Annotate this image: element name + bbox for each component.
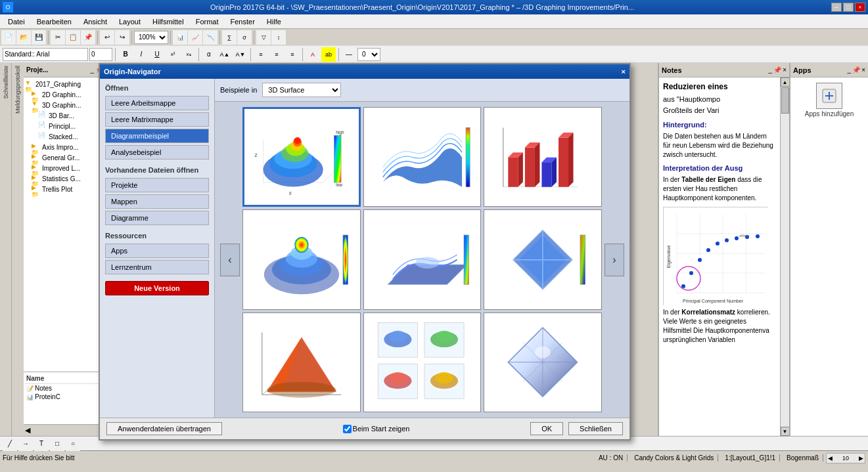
scroll-left-btn[interactable]: ◀	[25, 426, 30, 435]
name-item-notes[interactable]: 📝 Notes	[25, 384, 110, 393]
empty-matrix-btn[interactable]: Leere Matrixmappe	[105, 112, 209, 127]
apps-pin-btn[interactable]: 📌	[852, 66, 860, 74]
project-panel-minimize[interactable]: _	[91, 66, 95, 74]
graph-btn[interactable]: 📊	[173, 30, 187, 45]
surface-type-dropdown[interactable]: 3D Surface 2D Plots Bar Charts	[262, 83, 341, 97]
minimize-button[interactable]: –	[831, 3, 842, 12]
notes-content-area: Reduzieren eines aus "Hauptkompo Großtei…	[659, 77, 780, 436]
fontsize-up-btn[interactable]: A▲	[217, 47, 232, 62]
save-btn[interactable]: 💾	[32, 30, 46, 45]
stat-btn[interactable]: ∑	[222, 30, 237, 45]
line-btn[interactable]: —	[342, 47, 356, 62]
menu-format[interactable]: Format	[191, 16, 224, 27]
undo-btn[interactable]: ↩	[100, 30, 114, 45]
menu-fenster[interactable]: Fenster	[225, 16, 260, 27]
draw-circle-btn[interactable]: ○	[66, 437, 80, 451]
draw-rect-btn[interactable]: □	[50, 437, 64, 451]
ok-btn[interactable]: OK	[530, 422, 563, 435]
zoom-down-btn[interactable]: ◀	[828, 455, 833, 461]
show-on-start-checkbox-wrap[interactable]: Beim Start zeigen	[343, 425, 410, 433]
zoom-up-btn[interactable]: ▶	[859, 455, 863, 461]
sort-btn[interactable]: ↕	[271, 30, 286, 45]
font-color-btn[interactable]: A	[306, 47, 320, 62]
projects-btn[interactable]: Projekte	[105, 178, 209, 192]
alpha-btn[interactable]: α	[202, 47, 216, 62]
graph-cell-8[interactable]	[363, 312, 482, 412]
close-window-button[interactable]: ×	[855, 3, 865, 12]
fmt-sep4	[302, 48, 303, 61]
graph-cell-5[interactable]	[363, 209, 482, 309]
draw-line-btn[interactable]: ╱	[3, 437, 17, 451]
redo-btn[interactable]: ↪	[115, 30, 129, 45]
graph-cell-4[interactable]	[242, 209, 361, 309]
superscript-btn[interactable]: x²	[166, 47, 180, 62]
notes-close-btn[interactable]: ×	[783, 66, 787, 74]
menu-ansicht[interactable]: Ansicht	[78, 16, 112, 27]
add-apps-button[interactable]: Apps hinzufügen	[805, 83, 854, 118]
svg-point-81	[698, 258, 702, 262]
navigator-close-btn[interactable]: ×	[622, 68, 626, 75]
graph-example-btn[interactable]: Diagrammbeispiel	[105, 129, 209, 143]
apps-btn[interactable]: Apps	[105, 244, 209, 258]
graph3-btn[interactable]: 📉	[203, 30, 217, 45]
name-item-proteinc[interactable]: 📊 ProteinC	[25, 393, 110, 401]
diagrams-btn[interactable]: Diagramme	[105, 211, 209, 225]
copy-btn[interactable]: 📋	[66, 30, 80, 45]
carousel-prev-btn[interactable]: ‹	[220, 244, 240, 276]
footer-mid: Beim Start zeigen	[343, 425, 410, 433]
graph2-btn[interactable]: 📈	[188, 30, 202, 45]
underline-btn[interactable]: U	[150, 47, 164, 62]
italic-btn[interactable]: I	[134, 47, 148, 62]
tree-item-2017-graphing[interactable]: ▼📁 2017_Graphing	[25, 79, 110, 89]
font-name-input[interactable]	[3, 48, 88, 61]
graph-cell-2[interactable]	[363, 107, 482, 207]
bg-color-btn[interactable]: ab	[321, 47, 336, 62]
filter-btn[interactable]: ▽	[256, 30, 271, 45]
maximize-button[interactable]: □	[843, 3, 854, 12]
carousel-next-btn[interactable]: ›	[605, 244, 624, 276]
menu-hilfsmittel[interactable]: Hilfsmittel	[147, 16, 189, 27]
align-left-btn[interactable]: ≡	[254, 47, 268, 62]
analysis-example-btn[interactable]: Analysebeispiel	[105, 145, 209, 160]
menu-hilfe[interactable]: Hilfe	[262, 16, 286, 27]
line-width-select[interactable]: 012	[357, 48, 380, 61]
menu-bearbeiten[interactable]: Bearbeiten	[32, 16, 77, 27]
align-right-btn[interactable]: ≡	[285, 47, 300, 62]
fontsize-dn-btn[interactable]: A▼	[233, 47, 248, 62]
stat2-btn[interactable]: σ	[237, 30, 252, 45]
folders-btn[interactable]: Mappen	[105, 194, 209, 209]
notes-pin-btn[interactable]: 📌	[773, 66, 781, 74]
new-version-btn[interactable]: Neue Version	[105, 281, 209, 295]
menu-layout[interactable]: Layout	[114, 16, 146, 27]
open-btn[interactable]: 📂	[16, 30, 31, 45]
transfer-files-btn[interactable]: Anwenderdateien übertragen	[106, 422, 222, 435]
apps-close-btn[interactable]: ×	[861, 66, 865, 74]
bold-btn[interactable]: B	[118, 47, 133, 62]
notes-scroll-thumb[interactable]	[781, 87, 789, 114]
notes-minimize-btn[interactable]: _	[769, 66, 773, 74]
show-on-start-checkbox[interactable]	[343, 425, 352, 433]
zoom-select[interactable]: 100% 75% 150%	[134, 31, 168, 44]
graph-cell-9[interactable]	[484, 312, 602, 412]
notes-scroll-up-btn[interactable]: ▲	[781, 77, 790, 87]
apps-minimize-btn[interactable]: _	[848, 66, 852, 74]
empty-workbook-btn[interactable]: Leere Arbeitsmappe	[105, 96, 209, 110]
align-center-btn[interactable]: ≡	[269, 47, 284, 62]
font-size-input[interactable]	[89, 48, 112, 61]
graph-cell-3[interactable]	[484, 107, 602, 207]
menu-datei[interactable]: Datei	[3, 16, 30, 27]
close-dialog-btn[interactable]: Schließen	[568, 422, 623, 435]
draw-arrow-btn[interactable]: →	[18, 437, 33, 451]
cut-btn[interactable]: ✂	[51, 30, 65, 45]
learn-center-btn[interactable]: Lernzentrum	[105, 260, 209, 274]
new-btn[interactable]: 📄	[1, 30, 16, 45]
draw-text-btn[interactable]: T	[34, 437, 49, 451]
svg-text:high: high	[336, 130, 344, 135]
graph-cell-7[interactable]	[242, 312, 361, 412]
graph-cell-6[interactable]	[484, 209, 602, 309]
graph-cell-1[interactable]: high low X Z	[242, 107, 361, 207]
status-au: AU : ON	[595, 454, 628, 461]
paste-btn[interactable]: 📌	[81, 30, 95, 45]
subscript-btn[interactable]: x₂	[181, 47, 196, 62]
notes-scroll-down-btn[interactable]: ▼	[781, 427, 790, 436]
